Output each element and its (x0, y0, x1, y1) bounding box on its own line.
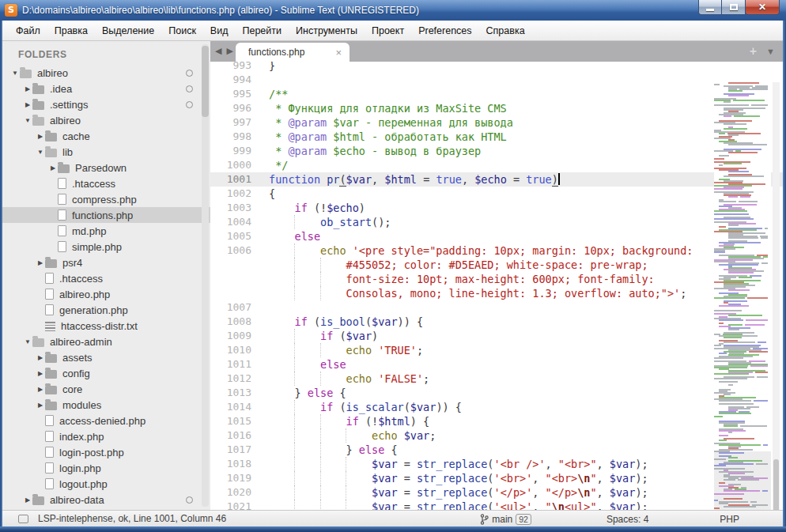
tree-row--htaccess[interactable]: .htaccess (2, 270, 210, 286)
menu-item-5[interactable]: Вид (203, 22, 236, 40)
menu-item-3[interactable]: Выделение (95, 22, 161, 40)
code-editor[interactable]: 993}994995/**996 * Функция для отладки и… (210, 62, 783, 510)
triangle-right-icon[interactable]: ▶ (36, 259, 45, 266)
maximize-button[interactable] (722, 0, 745, 15)
menu-item-6[interactable]: Перейти (235, 22, 289, 40)
triangle-down-icon[interactable]: ▼ (10, 70, 20, 77)
tree-row--htaccess[interactable]: .htaccess (2, 175, 210, 191)
menu-item-1[interactable]: Файл (9, 22, 47, 40)
code-line-1016: 1016 echo $var; (210, 428, 783, 443)
triangle-right-icon[interactable]: ▶ (23, 101, 32, 108)
folder-icon (45, 386, 57, 394)
triangle-right-icon[interactable]: ▶ (23, 496, 32, 504)
triangle-right-icon[interactable]: ▶ (48, 164, 58, 172)
code-line-1020: 1020 $var = str_replace('</p>', "</p>\n"… (210, 485, 783, 500)
new-tab-button[interactable]: + (750, 44, 757, 58)
tab-overflow-button[interactable]: ▼ (766, 47, 775, 56)
menu-item-2[interactable]: Правка (47, 22, 95, 40)
gutter-line-number: 1003 (210, 201, 256, 215)
triangle-right-icon[interactable]: ▶ (36, 402, 45, 409)
gutter-line-number: 1015 (210, 414, 256, 428)
spaces-indicator[interactable]: Spaces: 4 (607, 514, 648, 525)
triangle-right-icon[interactable]: ▶ (36, 386, 45, 393)
panel-toggle-icon[interactable] (18, 515, 28, 523)
menu-item-8[interactable]: Проект (365, 22, 411, 40)
tree-row-cache[interactable]: ▶cache (2, 128, 210, 144)
tab-close-icon[interactable]: × (335, 47, 342, 58)
triangle-down-icon[interactable]: ▼ (36, 149, 45, 156)
menu-item-7[interactable]: Инструменты (289, 22, 365, 40)
code-line-1015: 1015 if (!$html) { (210, 414, 783, 428)
tree-row-generation-php[interactable]: generation.php (2, 302, 210, 318)
folder-icon (45, 259, 57, 268)
tree-row-config[interactable]: ▶config (2, 365, 210, 381)
gutter-line-number: 1005 (210, 229, 256, 243)
tab-prev-button[interactable]: ◀ (215, 46, 221, 56)
minimize-button[interactable] (698, 0, 722, 15)
tab-next-button[interactable]: ▶ (226, 46, 232, 56)
editor-scrollbar[interactable] (773, 82, 780, 510)
minimize-icon (706, 9, 714, 11)
close-icon: ✕ (758, 2, 766, 13)
tree-row-login-php[interactable]: login.php (2, 460, 210, 476)
triangle-right-icon[interactable]: ▶ (36, 354, 45, 361)
triangle-down-icon[interactable]: ▼ (23, 117, 32, 124)
gutter-line-number: 1002 (210, 187, 256, 201)
tree-row-albireo-admin[interactable]: ▼albireo-admin (2, 334, 210, 349)
tree-row-md-php[interactable]: md.php (2, 223, 210, 239)
tree-row-htaccess-distr-txt[interactable]: htaccess-distr.txt (2, 318, 210, 334)
close-button[interactable]: ✕ (745, 0, 780, 15)
tree-row-albireo[interactable]: ▼albireo (2, 112, 210, 128)
tree-row-index-php[interactable]: index.php (2, 428, 210, 444)
git-branch-indicator[interactable]: main 92 (480, 514, 531, 525)
tree-row-login-post-php[interactable]: login-post.php (2, 444, 210, 460)
sidebar-scrollbar[interactable] (202, 44, 209, 507)
folder-icon (45, 354, 57, 363)
minimap[interactable] (714, 82, 771, 510)
menu-item-9[interactable]: Preferences (411, 22, 478, 40)
tree-row-albireo[interactable]: ▼albireo (2, 65, 210, 81)
folders-header: FOLDERS (2, 41, 210, 65)
syntax-indicator[interactable]: PHP (720, 514, 739, 525)
folder-icon (32, 338, 44, 347)
status-circle-icon (186, 101, 193, 108)
tree-row-psr4[interactable]: ▶psr4 (2, 255, 210, 270)
window-titlebar[interactable]: S D:\domains\albireo\albireo\albireo\lib… (0, 0, 786, 21)
tree-row-functions-php[interactable]: functions.php (2, 207, 210, 223)
triangle-right-icon[interactable]: ▶ (36, 370, 45, 377)
sidebar-scrollbar-thumb[interactable] (202, 46, 209, 117)
tree-item-label: config (62, 368, 90, 379)
triangle-down-icon[interactable]: ▼ (23, 338, 32, 345)
tree-row-albireo-data[interactable]: ▶albireo-data (2, 492, 210, 507)
code-line-text: echo 'TRUE'; (263, 343, 423, 357)
menu-item-4[interactable]: Поиск (161, 22, 203, 40)
tree-row-core[interactable]: ▶core (2, 381, 210, 397)
gutter-line-number: 1012 (210, 372, 256, 386)
gutter-line-number: 1013 (210, 386, 256, 400)
tree-row-parsedown[interactable]: ▶Parsedown (2, 160, 210, 175)
file-icon (45, 431, 54, 442)
tree-row-logout-php[interactable]: logout.php (2, 476, 210, 492)
tree-row--idea[interactable]: ▶.idea (2, 81, 210, 96)
triangle-right-icon[interactable]: ▶ (36, 133, 45, 140)
tree-row-lib[interactable]: ▼lib (2, 144, 210, 160)
tree-row-simple-php[interactable]: simple.php (2, 239, 210, 255)
triangle-right-icon[interactable]: ▶ (23, 85, 32, 92)
tab-bar: ◀ ▶ functions.php × + ▼ (210, 41, 783, 62)
gutter-line-number: 1020 (210, 485, 256, 500)
tree-row--settings[interactable]: ▶.settings (2, 96, 210, 112)
tree-row-modules[interactable]: ▶modules (2, 397, 210, 413)
code-line-text: * @param $echo - вывод в браузер (263, 144, 481, 158)
tab-functions-php[interactable]: functions.php × (236, 43, 350, 62)
tree-item-label: psr4 (62, 257, 82, 269)
tree-row-assets[interactable]: ▶assets (2, 349, 210, 365)
tree-item-label: cache (62, 130, 90, 142)
editor-scrollbar-thumb[interactable] (773, 459, 779, 510)
tree-row-albireo-php[interactable]: albireo.php (2, 286, 210, 302)
status-bar: LSP-intelephense, ok, Line 1001, Column … (2, 510, 783, 526)
code-line-text: } else { (263, 443, 398, 457)
menu-item-10[interactable]: Справка (479, 22, 532, 40)
code-line-text: { (263, 187, 275, 201)
tree-row-compress-php[interactable]: compress.php (2, 191, 210, 207)
tree-row-access-denied-php[interactable]: access-denied.php (2, 413, 210, 428)
